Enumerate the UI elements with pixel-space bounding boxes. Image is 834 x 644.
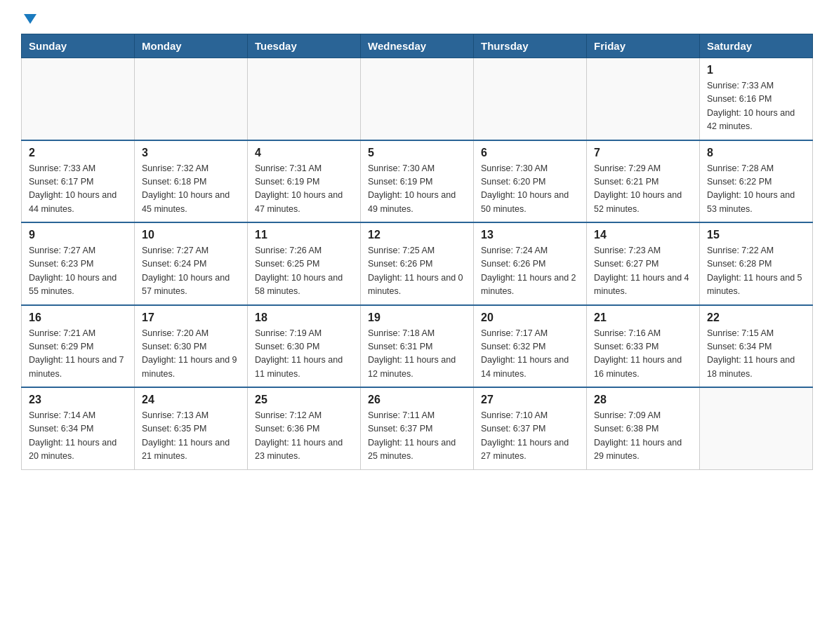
day-number: 8 (707, 147, 805, 159)
logo (21, 14, 37, 22)
day-info: Sunrise: 7:26 AMSunset: 6:25 PMDaylight:… (255, 244, 353, 299)
day-number: 1 (707, 64, 805, 76)
day-info: Sunrise: 7:21 AMSunset: 6:29 PMDaylight:… (29, 327, 127, 382)
table-row: 7Sunrise: 7:29 AMSunset: 6:21 PMDaylight… (587, 140, 700, 223)
day-number: 23 (29, 394, 127, 406)
day-info: Sunrise: 7:12 AMSunset: 6:36 PMDaylight:… (255, 409, 353, 464)
day-info: Sunrise: 7:17 AMSunset: 6:32 PMDaylight:… (481, 327, 579, 382)
calendar-week-row: 1Sunrise: 7:33 AMSunset: 6:16 PMDaylight… (22, 58, 813, 140)
header-saturday: Saturday (700, 34, 813, 58)
table-row: 1Sunrise: 7:33 AMSunset: 6:16 PMDaylight… (700, 58, 813, 140)
table-row: 5Sunrise: 7:30 AMSunset: 6:19 PMDaylight… (361, 140, 474, 223)
table-row: 20Sunrise: 7:17 AMSunset: 6:32 PMDayligh… (474, 305, 587, 388)
day-info: Sunrise: 7:20 AMSunset: 6:30 PMDaylight:… (142, 327, 240, 382)
day-info: Sunrise: 7:15 AMSunset: 6:34 PMDaylight:… (707, 327, 805, 382)
day-info: Sunrise: 7:29 AMSunset: 6:21 PMDaylight:… (594, 162, 692, 217)
table-row: 23Sunrise: 7:14 AMSunset: 6:34 PMDayligh… (22, 387, 135, 469)
table-row (22, 58, 135, 140)
table-row: 24Sunrise: 7:13 AMSunset: 6:35 PMDayligh… (135, 387, 248, 469)
day-info: Sunrise: 7:32 AMSunset: 6:18 PMDaylight:… (142, 162, 240, 217)
table-row: 27Sunrise: 7:10 AMSunset: 6:37 PMDayligh… (474, 387, 587, 469)
day-number: 26 (368, 394, 466, 406)
day-number: 16 (29, 311, 127, 324)
day-info: Sunrise: 7:16 AMSunset: 6:33 PMDaylight:… (594, 327, 692, 382)
day-info: Sunrise: 7:33 AMSunset: 6:16 PMDaylight:… (707, 79, 805, 134)
day-info: Sunrise: 7:13 AMSunset: 6:35 PMDaylight:… (142, 409, 240, 464)
day-number: 19 (368, 311, 466, 324)
table-row: 15Sunrise: 7:22 AMSunset: 6:28 PMDayligh… (700, 222, 813, 305)
day-info: Sunrise: 7:18 AMSunset: 6:31 PMDaylight:… (368, 327, 466, 382)
day-info: Sunrise: 7:14 AMSunset: 6:34 PMDaylight:… (29, 409, 127, 464)
table-row (700, 387, 813, 469)
table-row: 3Sunrise: 7:32 AMSunset: 6:18 PMDaylight… (135, 140, 248, 223)
day-number: 5 (368, 147, 466, 159)
day-number: 3 (142, 147, 240, 159)
day-info: Sunrise: 7:27 AMSunset: 6:24 PMDaylight:… (142, 244, 240, 299)
header-monday: Monday (135, 34, 248, 58)
page-header (21, 14, 813, 22)
calendar-table: Sunday Monday Tuesday Wednesday Thursday… (21, 34, 813, 470)
table-row: 25Sunrise: 7:12 AMSunset: 6:36 PMDayligh… (248, 387, 361, 469)
header-wednesday: Wednesday (361, 34, 474, 58)
table-row (474, 58, 587, 140)
table-row: 9Sunrise: 7:27 AMSunset: 6:23 PMDaylight… (22, 222, 135, 305)
day-info: Sunrise: 7:31 AMSunset: 6:19 PMDaylight:… (255, 162, 353, 217)
day-number: 6 (481, 147, 579, 159)
day-number: 11 (255, 229, 353, 241)
day-number: 12 (368, 229, 466, 241)
table-row: 26Sunrise: 7:11 AMSunset: 6:37 PMDayligh… (361, 387, 474, 469)
table-row: 16Sunrise: 7:21 AMSunset: 6:29 PMDayligh… (22, 305, 135, 388)
table-row (248, 58, 361, 140)
calendar-header-row: Sunday Monday Tuesday Wednesday Thursday… (22, 34, 813, 58)
header-friday: Friday (587, 34, 700, 58)
day-number: 15 (707, 229, 805, 241)
table-row (361, 58, 474, 140)
day-info: Sunrise: 7:28 AMSunset: 6:22 PMDaylight:… (707, 162, 805, 217)
calendar-week-row: 23Sunrise: 7:14 AMSunset: 6:34 PMDayligh… (22, 387, 813, 469)
table-row: 17Sunrise: 7:20 AMSunset: 6:30 PMDayligh… (135, 305, 248, 388)
day-number: 10 (142, 229, 240, 241)
day-info: Sunrise: 7:11 AMSunset: 6:37 PMDaylight:… (368, 409, 466, 464)
table-row: 19Sunrise: 7:18 AMSunset: 6:31 PMDayligh… (361, 305, 474, 388)
table-row: 18Sunrise: 7:19 AMSunset: 6:30 PMDayligh… (248, 305, 361, 388)
table-row: 2Sunrise: 7:33 AMSunset: 6:17 PMDaylight… (22, 140, 135, 223)
table-row: 6Sunrise: 7:30 AMSunset: 6:20 PMDaylight… (474, 140, 587, 223)
table-row: 28Sunrise: 7:09 AMSunset: 6:38 PMDayligh… (587, 387, 700, 469)
table-row: 11Sunrise: 7:26 AMSunset: 6:25 PMDayligh… (248, 222, 361, 305)
header-thursday: Thursday (474, 34, 587, 58)
day-number: 4 (255, 147, 353, 159)
logo-triangle-icon (24, 14, 37, 24)
day-info: Sunrise: 7:25 AMSunset: 6:26 PMDaylight:… (368, 244, 466, 299)
day-info: Sunrise: 7:22 AMSunset: 6:28 PMDaylight:… (707, 244, 805, 299)
day-number: 28 (594, 394, 692, 406)
day-number: 9 (29, 229, 127, 241)
day-info: Sunrise: 7:33 AMSunset: 6:17 PMDaylight:… (29, 162, 127, 217)
day-number: 20 (481, 311, 579, 324)
day-info: Sunrise: 7:23 AMSunset: 6:27 PMDaylight:… (594, 244, 692, 299)
day-number: 13 (481, 229, 579, 241)
calendar-week-row: 16Sunrise: 7:21 AMSunset: 6:29 PMDayligh… (22, 305, 813, 388)
day-info: Sunrise: 7:27 AMSunset: 6:23 PMDaylight:… (29, 244, 127, 299)
calendar-week-row: 2Sunrise: 7:33 AMSunset: 6:17 PMDaylight… (22, 140, 813, 223)
day-info: Sunrise: 7:09 AMSunset: 6:38 PMDaylight:… (594, 409, 692, 464)
day-number: 25 (255, 394, 353, 406)
table-row: 21Sunrise: 7:16 AMSunset: 6:33 PMDayligh… (587, 305, 700, 388)
day-info: Sunrise: 7:19 AMSunset: 6:30 PMDaylight:… (255, 327, 353, 382)
header-tuesday: Tuesday (248, 34, 361, 58)
day-number: 7 (594, 147, 692, 159)
day-number: 22 (707, 311, 805, 324)
day-number: 14 (594, 229, 692, 241)
header-sunday: Sunday (22, 34, 135, 58)
day-info: Sunrise: 7:30 AMSunset: 6:20 PMDaylight:… (481, 162, 579, 217)
day-number: 18 (255, 311, 353, 324)
day-info: Sunrise: 7:30 AMSunset: 6:19 PMDaylight:… (368, 162, 466, 217)
day-info: Sunrise: 7:10 AMSunset: 6:37 PMDaylight:… (481, 409, 579, 464)
day-number: 2 (29, 147, 127, 159)
table-row (135, 58, 248, 140)
table-row: 10Sunrise: 7:27 AMSunset: 6:24 PMDayligh… (135, 222, 248, 305)
day-number: 27 (481, 394, 579, 406)
table-row: 4Sunrise: 7:31 AMSunset: 6:19 PMDaylight… (248, 140, 361, 223)
calendar-week-row: 9Sunrise: 7:27 AMSunset: 6:23 PMDaylight… (22, 222, 813, 305)
table-row: 8Sunrise: 7:28 AMSunset: 6:22 PMDaylight… (700, 140, 813, 223)
day-number: 17 (142, 311, 240, 324)
